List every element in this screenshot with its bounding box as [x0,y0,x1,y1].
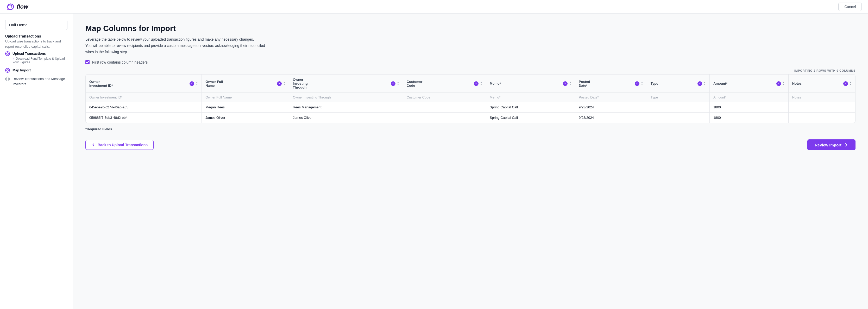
step-indicator-upload [5,51,10,56]
cell-customer-code-2 [403,113,486,123]
th-arrow-up-posted-date[interactable]: ▲ [641,81,643,83]
th-arrow-down-customer-code[interactable]: ▼ [480,84,482,86]
th-arrow-up-amount[interactable]: ▲ [783,81,785,83]
required-note: *Required Fields [85,127,856,131]
th-owner-investment-id: OwnerInvestment ID* ✓ ▲ ▼ [86,75,202,93]
step-label-upload: Upload Transactions [12,51,67,56]
step-indicator-review [5,77,10,81]
th-arrow-down-investing-through[interactable]: ▼ [397,84,399,86]
th-arrow-down-amount[interactable]: ▼ [783,84,785,86]
cell-investing-through-1: Rees Management [289,102,403,113]
th-check-owner-id: ✓ [189,81,194,86]
th-memo: Memo* ✓ ▲ ▼ [486,75,575,93]
cancel-button[interactable]: Cancel [838,3,862,11]
th-arrow-up-owner-id[interactable]: ▲ [196,81,198,83]
th-check-notes: ✓ [843,81,848,86]
th-arrow-up-notes[interactable]: ▲ [849,81,851,83]
cell-owner-id-1: 045ebe9b-c274-46ab-a65 [86,102,202,113]
th-arrow-down-type[interactable]: ▼ [704,84,706,86]
th-arrow-up-full-name[interactable]: ▲ [283,81,285,83]
cell-memo-1: Spring Capital Call [486,102,575,113]
flow-logo-icon [6,3,14,11]
svg-point-3 [6,78,8,80]
step-indicator-map [5,68,10,73]
cell-owner-name-2: James Oliver [202,113,289,123]
th-check-posted-date: ✓ [635,81,640,86]
sidebar-step-review: Review Transactions and Message Investor… [5,76,67,86]
top-bar: flow Cancel [0,0,868,13]
sidebar-section-desc: Upload wire transactions to track and re… [5,39,67,49]
step-label-review: Review Transactions and Message Investor… [12,76,67,86]
first-row-checkbox[interactable] [85,60,90,64]
table-header-row: OwnerInvestment ID* ✓ ▲ ▼ Own [86,75,855,93]
svg-point-2 [6,69,8,72]
th-arrow-up-customer-code[interactable]: ▲ [480,81,482,83]
table-row: 045ebe9b-c274-46ab-a65 Megan Rees Rees M… [86,102,855,113]
cell-type-1 [647,102,709,113]
th-check-full-name: ✓ [277,81,282,86]
th-check-amount: ✓ [776,81,781,86]
placeholder-investing-through: Owner Investing Through [289,93,403,102]
placeholder-type: Type [647,93,709,102]
review-import-button[interactable]: Review Import [807,139,856,150]
th-arrow-down-memo[interactable]: ▼ [569,84,571,86]
cell-memo-2: Spring Capital Call [486,113,575,123]
th-arrow-up-type[interactable]: ▲ [704,81,706,83]
back-to-upload-button[interactable]: Back to Upload Transactions [85,140,154,150]
logo: flow [6,3,28,11]
mapping-table: OwnerInvestment ID* ✓ ▲ ▼ Own [86,75,855,123]
step-sublabel-upload: ✓ Download Fund Template & Upload Your F… [12,57,67,64]
mapping-table-wrapper: OwnerInvestment ID* ✓ ▲ ▼ Own [85,74,856,123]
table-body: Owner Investment ID* Owner Full Name Own… [86,93,855,123]
th-arrow-down-notes[interactable]: ▼ [849,84,851,86]
placeholder-notes: Notes [788,93,855,102]
cell-owner-id-2: 059885f7-7db3-48d2-bb4 [86,113,202,123]
sidebar-step-upload: Upload Transactions ✓ Download Fund Temp… [5,51,67,64]
cell-amount-1: 1800 [709,102,788,113]
th-arrow-down-owner-id[interactable]: ▼ [196,84,198,86]
first-row-checkbox-row: First row contains column headers [85,60,856,64]
fund-selector[interactable]: Half Dome [5,20,67,30]
cell-notes-1 [788,102,855,113]
th-check-investing-through: ✓ [391,81,396,86]
placeholder-customer-code: Customer Code [403,93,486,102]
main-layout: Half Dome Upload Transactions Upload wir… [0,13,868,309]
table-placeholder-row: Owner Investment ID* Owner Full Name Own… [86,93,855,102]
step-label-map: Map Import [12,68,31,73]
placeholder-amount: Amount* [709,93,788,102]
sidebar-section-title: Upload Transactions [5,34,67,38]
cell-investing-through-2: James Oliver [289,113,403,123]
page-title: Map Columns for Import [85,24,856,33]
cell-customer-code-1 [403,102,486,113]
sidebar-steps: Upload Transactions ✓ Download Fund Temp… [5,51,67,86]
placeholder-owner-id: Owner Investment ID* [86,93,202,102]
sidebar-step-map: Map Import [5,68,67,73]
arrow-right-icon [843,142,848,147]
th-type: Type ✓ ▲ ▼ [647,75,709,93]
placeholder-owner-name: Owner Full Name [202,93,289,102]
th-check-memo: ✓ [563,81,567,86]
svg-point-1 [6,53,8,55]
th-arrow-down-full-name[interactable]: ▼ [283,84,285,86]
cell-owner-name-1: Megan Rees [202,102,289,113]
th-arrow-up-investing-through[interactable]: ▲ [397,81,399,83]
import-info: IMPORTING 2 ROWS WITH 9 COLUMNS [85,69,856,72]
page-description: Leverage the table below to review your … [85,36,268,55]
arrow-left-icon [91,143,96,147]
cell-notes-2 [788,113,855,123]
th-owner-full-name: Owner FullName ✓ ▲ ▼ [202,75,289,93]
th-arrow-up-memo[interactable]: ▲ [569,81,571,83]
cell-amount-2: 1800 [709,113,788,123]
cell-posted-date-2: 9/23/2024 [575,113,647,123]
th-posted-date: PostedDate* ✓ ▲ ▼ [575,75,647,93]
th-customer-code: CustomerCode ✓ ▲ ▼ [403,75,486,93]
sidebar-section: Upload Transactions Upload wire transact… [5,34,67,86]
th-check-type: ✓ [698,81,702,86]
th-amount: Amount* ✓ ▲ ▼ [709,75,788,93]
th-notes: Notes ✓ ▲ ▼ [788,75,855,93]
th-arrow-down-posted-date[interactable]: ▼ [641,84,643,86]
first-row-label[interactable]: First row contains column headers [92,60,148,64]
placeholder-posted-date: Posted Date* [575,93,647,102]
table-header: OwnerInvestment ID* ✓ ▲ ▼ Own [86,75,855,93]
action-row: Back to Upload Transactions Review Impor… [85,139,856,150]
